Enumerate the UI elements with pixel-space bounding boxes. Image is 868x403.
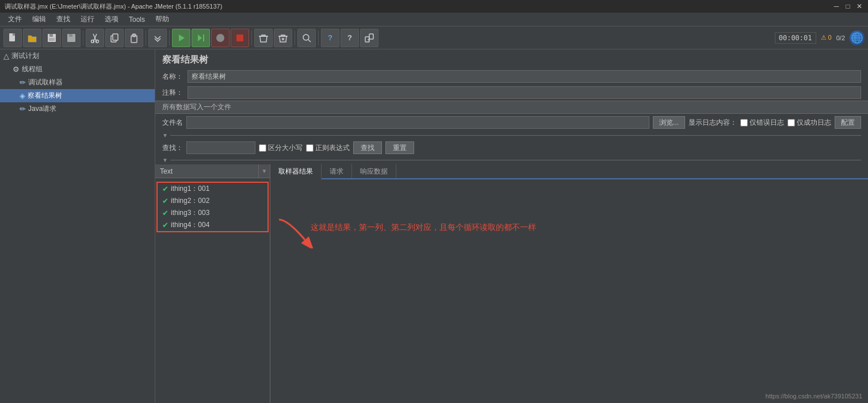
svg-point-16 (216, 34, 224, 42)
search-button[interactable] (297, 29, 316, 47)
divider2-line (170, 160, 861, 160)
list-item-1[interactable]: ✔ ithing1：001 (158, 183, 267, 195)
regex-label: 正则表达式 (315, 143, 350, 153)
tab-request[interactable]: 请求 (322, 164, 352, 178)
list-item-4[interactable]: ✔ ithing4：004 (158, 219, 267, 231)
success-only-label: 仅成功日志 (797, 118, 831, 128)
svg-rect-10 (113, 34, 118, 40)
saveas-button[interactable] (62, 29, 81, 47)
browse-button[interactable]: 浏览... (653, 116, 685, 129)
name-input[interactable] (188, 70, 861, 83)
sidebar-item-test-plan[interactable]: △ 测试计划 (0, 49, 155, 63)
run-button[interactable] (172, 29, 190, 47)
results-area: Text ▼ ✔ ithing1：001 ✔ ithing2：002 (155, 164, 868, 403)
comment-row: 注释： (155, 85, 868, 101)
annotation-text: 这就是结果，第一列、第二列对应，且每个循环读取的都不一样 (311, 222, 536, 233)
svg-point-22 (303, 34, 309, 40)
comment-input[interactable] (188, 86, 861, 99)
case-sensitive-checkbox[interactable] (259, 144, 266, 152)
result-tree-icon: ◈ (20, 91, 25, 100)
error-only-checkbox[interactable] (740, 119, 748, 126)
open-button[interactable] (23, 29, 41, 47)
svg-rect-15 (203, 34, 204, 41)
expand-button[interactable] (148, 29, 167, 47)
regex-option[interactable]: 正则表达式 (306, 143, 350, 153)
search-row: 查找： 区分大小写 正则表达式 查找 重置 (155, 140, 868, 156)
menu-edit[interactable]: 编辑 (28, 13, 51, 25)
name-row: 名称： (155, 68, 868, 85)
section-header: 所有数据写入一个文件 (155, 101, 868, 114)
menu-options[interactable]: 选项 (100, 13, 123, 25)
success-icon-3: ✔ (162, 209, 169, 217)
save-button[interactable] (43, 29, 61, 47)
regex-checkbox[interactable] (306, 144, 313, 152)
info-button[interactable]: ? (321, 29, 339, 47)
file-input[interactable] (186, 116, 649, 129)
sidebar-item-java-request[interactable]: ✏ Java请求 (0, 102, 155, 116)
stopall-button[interactable] (231, 29, 249, 47)
maximize-button[interactable]: □ (844, 2, 852, 10)
name-label: 名称： (162, 72, 183, 82)
menu-help[interactable]: 帮助 (151, 13, 174, 25)
clear-button[interactable] (254, 29, 273, 47)
file-label: 文件名 (162, 118, 183, 128)
success-icon-4: ✔ (162, 221, 169, 229)
success-only-option[interactable]: 仅成功日志 (787, 118, 831, 128)
divider1: ▼ (155, 131, 868, 140)
plugin-button[interactable] (360, 29, 378, 47)
svg-rect-3 (49, 34, 53, 37)
list-item-2[interactable]: ✔ ithing2：002 (158, 195, 267, 207)
search-input[interactable] (186, 141, 255, 154)
help-button[interactable]: ? (341, 29, 359, 47)
java-request-icon: ✏ (20, 105, 26, 113)
success-only-checkbox[interactable] (787, 119, 795, 126)
sidebar-item-result-tree[interactable]: ◈ 察看结果树 (0, 89, 155, 102)
sidebar-label-result-tree: 察看结果树 (28, 91, 62, 101)
text-list-box: ✔ ithing1：001 ✔ ithing2：002 ✔ ithing3：00… (156, 182, 269, 232)
tab-response-data[interactable]: 响应数据 (352, 164, 396, 178)
copy-button[interactable] (105, 29, 124, 47)
list-item-label-2: ithing2：002 (171, 196, 209, 206)
error-only-option[interactable]: 仅错误日志 (740, 118, 784, 128)
svg-point-7 (91, 40, 94, 43)
sidebar-item-debug-sampler[interactable]: ✏ 调试取样器 (0, 76, 155, 89)
list-item-3[interactable]: ✔ ithing3：003 (158, 207, 267, 219)
run-step-button[interactable] (192, 29, 210, 47)
sidebar-label-thread-group: 线程组 (22, 64, 43, 74)
case-sensitive-option[interactable]: 区分大小写 (259, 143, 303, 153)
comment-label: 注释： (162, 88, 183, 98)
title-bar: 调试取样器.jmx (E:\Jmeter\调试取样器.jmx) - Apache… (0, 0, 868, 13)
close-button[interactable]: ✕ (855, 2, 863, 10)
svg-line-23 (308, 40, 311, 42)
reset-button[interactable]: 重置 (385, 141, 414, 154)
sep3 (169, 30, 170, 45)
divider-line (170, 135, 861, 136)
menu-run[interactable]: 运行 (76, 13, 99, 25)
minimize-button[interactable]: ─ (832, 2, 840, 10)
cut-button[interactable] (86, 29, 104, 47)
sidebar-label-debug-sampler: 调试取样器 (28, 78, 63, 87)
config-button[interactable]: 配置 (835, 116, 861, 129)
svg-rect-17 (236, 34, 243, 41)
menu-search[interactable]: 查找 (52, 13, 75, 25)
clearall-button[interactable] (274, 29, 292, 47)
menu-tools[interactable]: Tools (124, 14, 150, 25)
toolbar-info: 00:00:01 ⚠ 0 0/2 (775, 30, 865, 45)
stop-button[interactable] (211, 29, 230, 47)
svg-rect-6 (69, 34, 72, 37)
sep1 (83, 30, 83, 45)
menu-file[interactable]: 文件 (3, 13, 26, 25)
sep6 (318, 30, 319, 45)
tab-sampler-result[interactable]: 取样器结果 (270, 164, 322, 179)
search-button[interactable]: 查找 (353, 141, 382, 154)
sep2 (146, 30, 146, 45)
log-options: 显示日志内容： 仅错误日志 仅成功日志 配置 (689, 116, 861, 129)
log-options-label: 显示日志内容： (689, 118, 737, 128)
menu-bar: 文件 编辑 查找 运行 选项 Tools 帮助 (0, 13, 868, 26)
counter-display: 0/2 (836, 34, 845, 41)
dropdown-arrow[interactable]: ▼ (258, 164, 270, 178)
sidebar-item-thread-group[interactable]: ⚙ 线程组 (0, 63, 155, 76)
new-button[interactable] (3, 29, 22, 47)
paste-button[interactable] (125, 29, 143, 47)
test-plan-icon: △ (3, 52, 9, 60)
